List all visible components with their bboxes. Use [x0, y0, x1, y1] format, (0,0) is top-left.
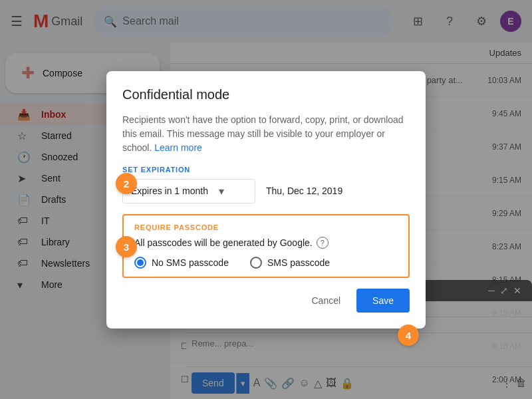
passcode-section-label: REQUIRE PASSCODE	[134, 223, 398, 231]
step-badge-4: 4	[398, 325, 419, 346]
radio-option-sms[interactable]: SMS passcode	[250, 257, 330, 269]
passcode-description: All passcodes will be generated by Googl…	[134, 237, 398, 249]
confidential-dialog: Confidential mode Recipients won't have …	[106, 71, 426, 329]
step-badge-3: 3	[116, 236, 137, 257]
radio-option-no-sms[interactable]: No SMS passcode	[134, 257, 229, 269]
radio-group-passcode: No SMS passcode SMS passcode	[134, 257, 398, 269]
expiry-select-wrapper[interactable]: Expires in 1 month ▾	[122, 179, 255, 203]
radio-label-no-sms: No SMS passcode	[152, 257, 229, 268]
passcode-desc-text: All passcodes will be generated by Googl…	[134, 237, 313, 248]
dialog-description: Recipients won't have the option to forw…	[122, 113, 410, 155]
step-3-number: 3	[124, 241, 129, 253]
learn-more-link[interactable]: Learn more	[154, 142, 202, 153]
expiry-row: Expires in 1 month ▾ Thu, Dec 12, 2019	[122, 179, 410, 203]
gmail-background: ☰ M Gmail 🔍 ⊞ ? ⚙ E ✚ Compose 📥 Inbox ☆ …	[0, 0, 532, 399]
step-2-number: 2	[124, 178, 129, 190]
save-button[interactable]: Save	[356, 289, 410, 313]
dialog-title: Confidential mode	[122, 87, 410, 102]
radio-label-sms: SMS passcode	[267, 257, 330, 268]
dialog-actions: Cancel Save	[122, 289, 410, 313]
expiry-date-text: Thu, Dec 12, 2019	[266, 186, 342, 196]
passcode-section: REQUIRE PASSCODE All passcodes will be g…	[122, 214, 410, 278]
radio-btn-no-sms	[134, 257, 146, 269]
set-expiration-label: SET EXPIRATION	[122, 166, 410, 174]
cancel-button[interactable]: Cancel	[301, 289, 351, 313]
dropdown-arrow-icon: ▾	[219, 185, 224, 198]
expiry-selected-text: Expires in 1 month	[131, 186, 208, 196]
passcode-help-icon[interactable]: ?	[317, 237, 329, 249]
dialog-overlay: Confidential mode Recipients won't have …	[0, 0, 532, 399]
step-badge-2: 2	[116, 173, 137, 194]
step-4-number: 4	[406, 330, 411, 341]
radio-btn-sms	[250, 257, 262, 269]
